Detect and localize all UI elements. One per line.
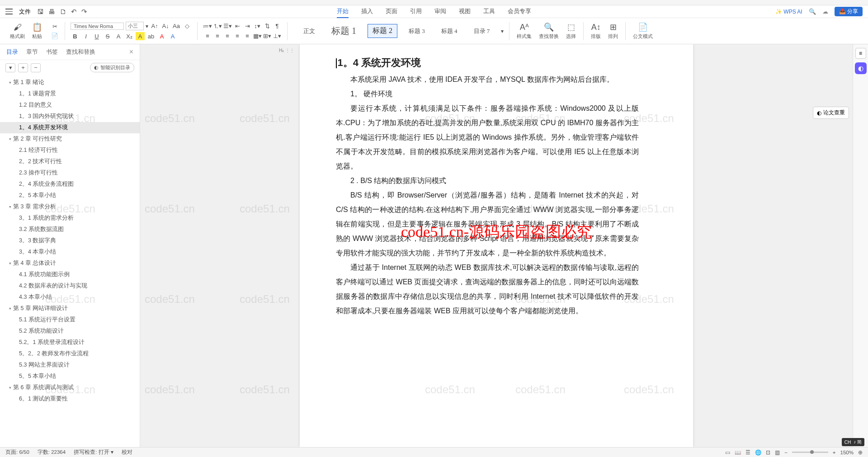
sort-icon[interactable]: ⇅	[263, 22, 272, 30]
heading-2[interactable]: 1。4 系统开发环境	[336, 56, 639, 70]
toc-chapter[interactable]: 第 1 章 绪论	[0, 77, 140, 88]
underline-button[interactable]: U	[92, 32, 101, 40]
toc-item[interactable]: 3。1 系统的需求分析	[0, 212, 140, 224]
toc-item[interactable]: 2。4 系统业务流程图	[0, 179, 140, 190]
font-name-select[interactable]: Times New Roma	[71, 23, 124, 30]
wps-ai-button[interactable]: ✨ WPS AI	[775, 9, 802, 15]
toc-item[interactable]: 2.1 经济可行性	[0, 145, 140, 156]
ime-indicator[interactable]: CH♪ 简	[842, 438, 864, 446]
style-h1[interactable]: 标题 1	[326, 23, 361, 39]
font-shadow-button[interactable]: A	[114, 32, 123, 40]
sidebar-tab-find[interactable]: 查找和替换	[66, 48, 95, 56]
font-color-button[interactable]: A	[157, 32, 166, 40]
paragraph[interactable]: 要运行本系统，计算机须满足以下条件：服务器端操作系统：Windows2000 及…	[336, 101, 639, 174]
cloud-icon[interactable]: ☁	[822, 8, 828, 15]
align-justify-icon[interactable]: ≡	[233, 32, 242, 40]
copy-icon[interactable]: 📄	[50, 32, 59, 40]
sidebar-tab-chapter[interactable]: 章节	[26, 48, 38, 56]
tab-tools[interactable]: 工具	[483, 5, 495, 18]
grow-font-icon[interactable]: A↑	[150, 22, 159, 30]
tabs-icon[interactable]: ⊥▾	[273, 32, 282, 40]
view-outline-icon[interactable]: ☰	[745, 449, 750, 456]
sub-heading[interactable]: 2 . B/S 结构的数据库访问模式	[336, 174, 639, 188]
align-center-icon[interactable]: ≡	[213, 32, 222, 40]
align-left-icon[interactable]: ≡	[203, 32, 212, 40]
view-web-icon[interactable]: 🌐	[755, 449, 761, 456]
italic-button[interactable]: I	[81, 32, 90, 40]
toc-chapter[interactable]: 第 6 章 系统调试与测试	[0, 382, 140, 393]
toc-item[interactable]: 2。5 本章小结	[0, 190, 140, 201]
view-split-icon[interactable]: ▥	[775, 449, 780, 456]
paragraph[interactable]: B/S 结构，即 Browser/Server（浏览器/服务器）结构，是随着 I…	[336, 188, 639, 260]
status-spellcheck[interactable]: 拼写检查: 打开 ▾	[74, 449, 113, 456]
tab-page[interactable]: 页面	[386, 5, 397, 18]
essay-check-icon[interactable]: ◐	[855, 62, 867, 74]
decrease-indent-icon[interactable]: ⇤	[233, 22, 242, 30]
essay-check-button[interactable]: ◐ 论文查重	[813, 107, 849, 119]
toc-item[interactable]: 3。3 数据字典	[0, 235, 140, 246]
sidebar-tab-bookmark[interactable]: 书签	[46, 48, 58, 56]
toc-item[interactable]: 3.2 系统数据流图	[0, 224, 140, 235]
strike-button[interactable]: S	[103, 32, 112, 40]
style-body[interactable]: 正文	[298, 25, 320, 38]
text-effect-button[interactable]: A	[168, 32, 177, 40]
official-doc-button[interactable]: 📄公文模式	[631, 22, 655, 40]
undo-icon[interactable]: ↶	[71, 8, 77, 16]
style-h4[interactable]: 标题 4	[436, 25, 462, 38]
line-spacing-icon[interactable]: ↕▾	[253, 22, 262, 30]
highlight-button[interactable]: A	[136, 32, 145, 40]
zoom-out-icon[interactable]: −	[784, 450, 788, 455]
style-h3[interactable]: 标题 3	[404, 25, 430, 38]
font-size-select[interactable]: 小三	[126, 22, 144, 30]
toc-item[interactable]: 1。4 系统开发环境	[0, 122, 140, 133]
style-set-button[interactable]: Aᴬ样式集	[515, 22, 533, 40]
document-area[interactable]: H₂ ⋮⋮ 1。4 系统开发环境 本系统采用 JAVA 技术，使用 IDEA 开…	[140, 44, 853, 447]
toc-item[interactable]: 6。1 测试的重要性	[0, 393, 140, 405]
fit-page-icon[interactable]: ⊕	[858, 449, 863, 456]
bold-button[interactable]: B	[71, 32, 80, 40]
phonetic-button[interactable]: ab	[146, 32, 156, 40]
smart-toc-button[interactable]: ◐ 智能识别目录	[90, 63, 134, 72]
file-menu[interactable]: 文件	[19, 8, 31, 16]
style-toc[interactable]: 目录 7	[469, 25, 495, 38]
toc-chapter[interactable]: 第 2 章 可行性研究	[0, 133, 140, 145]
view-page-icon[interactable]: ▭	[725, 449, 730, 456]
toc-item[interactable]: 1。1 课题背景	[0, 88, 140, 99]
toc-remove-icon[interactable]: −	[31, 63, 41, 72]
show-marks-icon[interactable]: ¶	[273, 22, 282, 30]
toc-item[interactable]: 4.3 本章小结	[0, 292, 140, 303]
toc-dropdown-icon[interactable]: ▾	[5, 63, 15, 72]
paste-button[interactable]: 📋粘贴	[30, 22, 44, 40]
close-icon[interactable]: ×	[129, 48, 133, 56]
select-button[interactable]: ⬚选择	[564, 22, 578, 40]
tab-insert[interactable]: 插入	[361, 5, 373, 18]
hamburger-icon[interactable]	[5, 8, 13, 15]
sidebar-tab-toc[interactable]: 目录	[6, 48, 18, 56]
redo-icon[interactable]: ↷	[81, 8, 87, 16]
font-size-dropdown-icon[interactable]: ▾	[146, 23, 148, 29]
arrange-button[interactable]: ⊞排列	[606, 22, 620, 40]
toc-item[interactable]: 5.2 系统功能设计	[0, 325, 140, 337]
tab-review[interactable]: 审阅	[434, 5, 446, 18]
change-case-icon[interactable]: Aa	[172, 22, 181, 30]
paragraph[interactable]: 本系统采用 JAVA 技术，使用 IDEA 开发平台，MYSQL 数据库作为网站…	[336, 72, 639, 87]
paragraph[interactable]: 通过基于 Internet 互联网的动态 WEB 数据库技术,可以解决远程的数据…	[336, 260, 639, 318]
layout-button[interactable]: A↕排版	[589, 23, 603, 40]
collapse-rail-icon[interactable]: ≡	[855, 48, 866, 59]
find-replace-button[interactable]: 🔍查找替换	[537, 22, 561, 40]
format-painter-button[interactable]: 🖌格式刷	[8, 23, 27, 40]
clear-format-icon[interactable]: ◇	[183, 22, 192, 30]
toc-item[interactable]: 5.1 系统运行平台设置	[0, 314, 140, 325]
numbering-icon[interactable]: ⒈▾	[213, 22, 222, 30]
toc-item[interactable]: 2.3 操作可行性	[0, 167, 140, 179]
toc-item[interactable]: 4.1 系统功能图示例	[0, 269, 140, 280]
toc-item[interactable]: 2。2 技术可行性	[0, 156, 140, 167]
zoom-slider[interactable]	[792, 452, 828, 453]
toc-item[interactable]: 5。2。2 教师发布作业流程	[0, 348, 140, 359]
multilevel-icon[interactable]: ☰▾	[223, 22, 232, 30]
print-icon[interactable]: 🖶	[48, 8, 55, 16]
align-right-icon[interactable]: ≡	[223, 32, 232, 40]
status-words[interactable]: 字数: 22364	[38, 449, 66, 456]
tab-home[interactable]: 开始	[337, 5, 349, 18]
borders-icon[interactable]: ⊞▾	[263, 32, 272, 40]
